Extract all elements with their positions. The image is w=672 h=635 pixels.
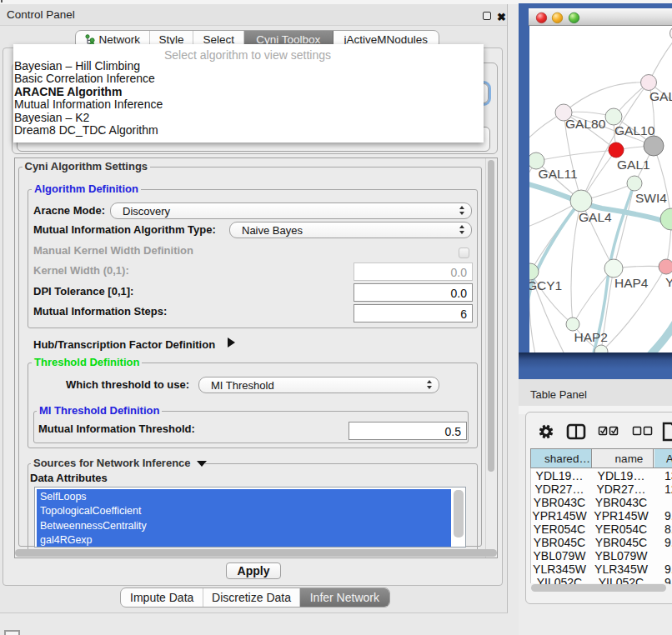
svg-text:HAP4: HAP4	[614, 276, 649, 290]
svg-text:GAL80: GAL80	[565, 117, 606, 131]
svg-text:GAL4: GAL4	[579, 210, 612, 224]
svg-text:GAL10: GAL10	[614, 123, 655, 138]
svg-text:GCY1: GCY1	[527, 278, 562, 292]
svg-text:GAL1: GAL1	[617, 158, 650, 172]
svg-text:HAP2: HAP2	[574, 330, 609, 344]
svg-text:YEL: YEL	[665, 275, 672, 289]
svg-text:SWI4: SWI4	[635, 191, 667, 205]
svg-text:GAL11: GAL11	[539, 167, 578, 181]
svg-text:GAL7: GAL7	[649, 89, 672, 103]
